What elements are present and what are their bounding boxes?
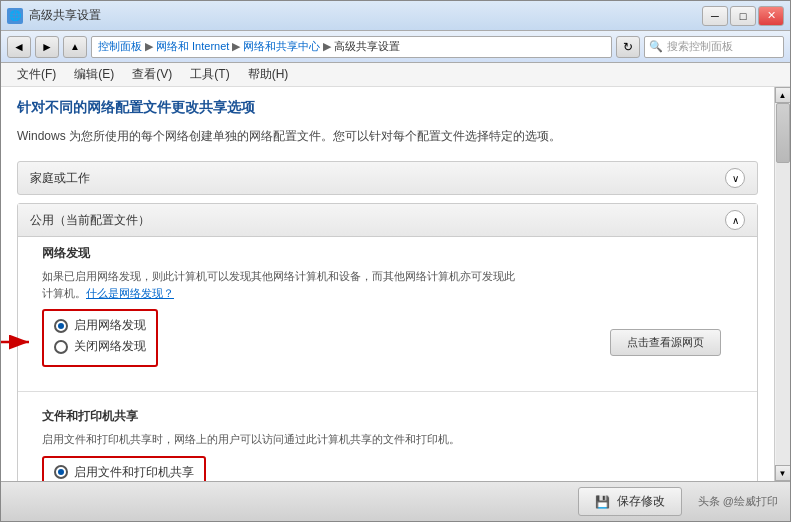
breadcrumb-network-internet[interactable]: 网络和 Internet xyxy=(156,39,229,54)
save-button[interactable]: 💾 保存修改 xyxy=(578,487,682,516)
close-button[interactable]: ✕ xyxy=(758,6,784,26)
section-public-label: 公用（当前配置文件） xyxy=(30,212,150,229)
title-bar-buttons: ─ □ ✕ xyxy=(702,6,784,26)
breadcrumb-bar: 控制面板 ▶ 网络和 Internet ▶ 网络和共享中心 ▶ 高级共享设置 xyxy=(91,36,612,58)
file-printer-sharing-options-container: 启用文件和打印机共享 关闭文件和打印机共享 xyxy=(42,456,733,482)
section-home-work[interactable]: 家庭或工作 ∨ xyxy=(17,161,758,195)
source-btn-container: 点击查看源网页 xyxy=(610,329,733,356)
file-printer-sharing-enable-option[interactable]: 启用文件和打印机共享 xyxy=(54,464,194,481)
scroll-track[interactable] xyxy=(776,103,790,465)
forward-button[interactable]: ► xyxy=(35,36,59,58)
section-home-work-label: 家庭或工作 xyxy=(30,170,90,187)
file-printer-sharing-desc: 启用文件和打印机共享时，网络上的用户可以访问通过此计算机共享的文件和打印机。 xyxy=(42,431,733,448)
breadcrumb-network-sharing-center[interactable]: 网络和共享中心 xyxy=(243,39,320,54)
content-panel: 针对不同的网络配置文件更改共享选项 Windows 为您所使用的每个网络创建单独… xyxy=(1,87,774,481)
main-area: 针对不同的网络配置文件更改共享选项 Windows 为您所使用的每个网络创建单独… xyxy=(1,87,790,481)
scrollbar[interactable]: ▲ ▼ xyxy=(774,87,790,481)
section-public: 公用（当前配置文件） ∧ 网络发现 如果已启用网络发现，则此计算机可以发现其他网… xyxy=(17,203,758,481)
network-discovery-disable-label: 关闭网络发现 xyxy=(74,338,146,355)
network-discovery-section: 网络发现 如果已启用网络发现，则此计算机可以发现其他网络计算机和设备，而其他网络… xyxy=(18,237,757,383)
search-box[interactable]: 🔍 搜索控制面板 xyxy=(644,36,784,58)
maximize-button[interactable]: □ xyxy=(730,6,756,26)
section-public-chevron: ∧ xyxy=(725,210,745,230)
page-title: 针对不同的网络配置文件更改共享选项 xyxy=(17,99,758,117)
file-printer-sharing-enable-label: 启用文件和打印机共享 xyxy=(74,464,194,481)
main-window: 🌐 高级共享设置 ─ □ ✕ ◄ ► ▲ 控制面板 ▶ 网络和 Internet… xyxy=(0,0,791,522)
window-icon: 🌐 xyxy=(7,8,23,24)
section-home-work-chevron: ∨ xyxy=(725,168,745,188)
network-discovery-enable-radio[interactable] xyxy=(54,319,68,333)
file-printer-sharing-radio-box: 启用文件和打印机共享 关闭文件和打印机共享 xyxy=(42,456,206,482)
title-bar: 🌐 高级共享设置 ─ □ ✕ xyxy=(1,1,790,31)
title-bar-left: 🌐 高级共享设置 xyxy=(7,7,101,24)
divider-1 xyxy=(18,391,757,392)
search-placeholder: 搜索控制面板 xyxy=(667,39,733,54)
menu-edit[interactable]: 编辑(E) xyxy=(66,64,122,85)
scroll-thumb[interactable] xyxy=(776,103,790,163)
menu-bar: 文件(F) 编辑(E) 查看(V) 工具(T) 帮助(H) xyxy=(1,63,790,87)
bottom-bar: 💾 保存修改 头条 @绘威打印 xyxy=(1,481,790,521)
network-discovery-desc: 如果已启用网络发现，则此计算机可以发现其他网络计算机和设备，而其他网络计算机亦可… xyxy=(42,268,733,301)
scroll-down-button[interactable]: ▼ xyxy=(775,465,791,481)
window-title: 高级共享设置 xyxy=(29,7,101,24)
network-discovery-enable-option[interactable]: 启用网络发现 xyxy=(54,317,146,334)
breadcrumb-current: 高级共享设置 xyxy=(334,39,400,54)
breadcrumb-control-panel[interactable]: 控制面板 xyxy=(98,39,142,54)
search-icon: 🔍 xyxy=(649,40,663,53)
network-discovery-disable-option[interactable]: 关闭网络发现 xyxy=(54,338,146,355)
file-printer-sharing-enable-radio[interactable] xyxy=(54,465,68,479)
arrow-network-discovery xyxy=(1,322,37,362)
address-bar: ◄ ► ▲ 控制面板 ▶ 网络和 Internet ▶ 网络和共享中心 ▶ 高级… xyxy=(1,31,790,63)
minimize-button[interactable]: ─ xyxy=(702,6,728,26)
arrow-file-printer-sharing xyxy=(1,469,37,482)
section-public-header[interactable]: 公用（当前配置文件） ∧ xyxy=(18,204,757,237)
source-page-button[interactable]: 点击查看源网页 xyxy=(610,329,721,356)
watermark: 头条 @绘威打印 xyxy=(698,494,778,509)
back-button[interactable]: ◄ xyxy=(7,36,31,58)
page-description: Windows 为您所使用的每个网络创建单独的网络配置文件。您可以针对每个配置文… xyxy=(17,127,758,145)
menu-file[interactable]: 文件(F) xyxy=(9,64,64,85)
menu-view[interactable]: 查看(V) xyxy=(124,64,180,85)
refresh-button[interactable]: ↻ xyxy=(616,36,640,58)
menu-help[interactable]: 帮助(H) xyxy=(240,64,297,85)
network-discovery-disable-radio[interactable] xyxy=(54,340,68,354)
network-discovery-options-container: 启用网络发现 关闭网络发现 点击查看源网页 xyxy=(42,309,733,375)
file-printer-sharing-title: 文件和打印机共享 xyxy=(42,408,733,425)
network-discovery-title: 网络发现 xyxy=(42,245,733,262)
file-printer-sharing-section: 文件和打印机共享 启用文件和打印机共享时，网络上的用户可以访问通过此计算机共享的… xyxy=(18,400,757,481)
save-icon: 💾 xyxy=(595,494,611,510)
network-discovery-radio-box: 启用网络发现 关闭网络发现 xyxy=(42,309,158,367)
up-button[interactable]: ▲ xyxy=(63,36,87,58)
save-label: 保存修改 xyxy=(617,493,665,510)
menu-tools[interactable]: 工具(T) xyxy=(182,64,237,85)
scroll-up-button[interactable]: ▲ xyxy=(775,87,791,103)
network-discovery-enable-label: 启用网络发现 xyxy=(74,317,146,334)
network-discovery-link[interactable]: 什么是网络发现？ xyxy=(86,287,174,299)
